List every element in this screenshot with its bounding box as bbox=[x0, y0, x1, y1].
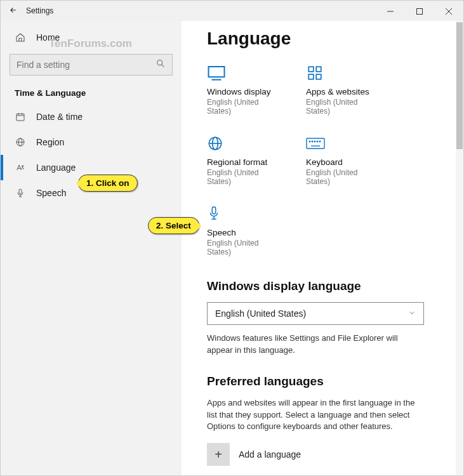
language-icon bbox=[15, 162, 26, 173]
maximize-button[interactable] bbox=[405, 1, 434, 21]
svg-rect-23 bbox=[307, 138, 324, 149]
tile-windows-display[interactable]: Windows display English (United States) bbox=[207, 64, 277, 116]
scrollbar[interactable] bbox=[456, 21, 463, 475]
tile-sub: English (United States) bbox=[207, 239, 277, 256]
svg-rect-1 bbox=[417, 8, 423, 14]
sidebar-section-heading: Time & Language bbox=[1, 84, 182, 104]
language-tiles: Windows display English (United States) … bbox=[207, 64, 435, 256]
svg-rect-19 bbox=[316, 74, 321, 79]
sidebar-item-label: Language bbox=[36, 162, 76, 173]
svg-rect-14 bbox=[209, 67, 225, 77]
svg-point-4 bbox=[157, 60, 162, 65]
callout-2: 2. Select bbox=[148, 217, 199, 234]
watermark: TenForums.com bbox=[49, 37, 132, 50]
plus-icon: + bbox=[207, 443, 230, 466]
sidebar-item-label: Region bbox=[36, 137, 64, 147]
svg-line-5 bbox=[162, 65, 164, 67]
sidebar: Home Time & Language Date & time Region bbox=[1, 21, 182, 475]
mic-icon bbox=[207, 205, 229, 223]
svg-rect-16 bbox=[308, 67, 314, 72]
dropdown-value: English (United States) bbox=[215, 308, 408, 319]
tile-sub: English (United States) bbox=[306, 98, 376, 116]
content: Language Windows display English (United… bbox=[182, 21, 456, 475]
home-icon bbox=[15, 32, 26, 43]
display-language-heading: Windows display language bbox=[207, 279, 435, 293]
tile-regional-format[interactable]: Regional format English (United States) bbox=[207, 135, 277, 186]
language-glyph-icon: 字 bbox=[207, 475, 230, 475]
page-title: Language bbox=[207, 29, 435, 49]
search-icon bbox=[156, 58, 166, 71]
apps-icon bbox=[306, 64, 328, 82]
tile-name: Keyboard bbox=[306, 157, 376, 167]
add-language-label: Add a language bbox=[239, 449, 301, 459]
back-button[interactable] bbox=[1, 6, 26, 17]
tile-name: Apps & websites bbox=[306, 87, 376, 96]
tile-keyboard[interactable]: Keyboard English (United States) bbox=[306, 135, 376, 186]
globe-icon bbox=[15, 137, 26, 147]
svg-rect-18 bbox=[308, 74, 314, 79]
chevron-down-icon bbox=[408, 308, 416, 319]
svg-rect-6 bbox=[17, 114, 24, 121]
svg-rect-17 bbox=[316, 67, 321, 72]
scrollbar-thumb[interactable] bbox=[456, 22, 463, 149]
preferred-languages-heading: Preferred languages bbox=[207, 374, 435, 388]
tile-name: Windows display bbox=[207, 87, 277, 96]
titlebar: Settings bbox=[1, 1, 463, 21]
display-language-dropdown[interactable]: English (United States) bbox=[207, 302, 424, 325]
tile-sub: English (United States) bbox=[207, 168, 277, 186]
mic-icon bbox=[15, 188, 26, 198]
calendar-icon bbox=[15, 112, 26, 122]
tile-name: Speech bbox=[207, 228, 277, 237]
svg-rect-30 bbox=[212, 207, 216, 214]
tile-speech[interactable]: Speech English (United States) bbox=[207, 205, 277, 256]
svg-point-28 bbox=[319, 141, 320, 142]
sidebar-item-label: Speech bbox=[36, 188, 66, 198]
sidebar-item-label: Date & time bbox=[36, 112, 83, 122]
callout-1: 1. Click on bbox=[78, 175, 138, 192]
add-language-button[interactable]: + Add a language bbox=[207, 443, 435, 466]
svg-point-24 bbox=[309, 141, 310, 142]
keyboard-icon bbox=[306, 135, 328, 152]
search-input[interactable] bbox=[17, 60, 156, 70]
svg-rect-13 bbox=[19, 189, 22, 194]
language-item-en-us[interactable]: 字 English (United States) bbox=[207, 475, 435, 475]
display-language-desc: Windows features like Settings and File … bbox=[207, 333, 423, 357]
tile-sub: English (United States) bbox=[207, 98, 277, 116]
tile-sub: English (United States) bbox=[306, 168, 376, 186]
close-button[interactable] bbox=[434, 1, 463, 21]
app-title: Settings bbox=[26, 6, 53, 15]
search-box[interactable] bbox=[10, 54, 173, 76]
tile-name: Regional format bbox=[207, 157, 277, 167]
sidebar-item-region[interactable]: Region bbox=[1, 129, 182, 155]
sidebar-item-date-time[interactable]: Date & time bbox=[1, 104, 182, 129]
minimize-button[interactable] bbox=[376, 1, 405, 21]
monitor-icon bbox=[207, 64, 229, 82]
globe-icon bbox=[207, 135, 229, 152]
preferred-languages-desc: Apps and websites will appear in the fir… bbox=[207, 397, 423, 433]
svg-point-26 bbox=[314, 141, 315, 142]
svg-point-27 bbox=[317, 141, 317, 142]
tile-apps-websites[interactable]: Apps & websites English (United States) bbox=[306, 64, 376, 116]
svg-point-25 bbox=[312, 141, 312, 142]
